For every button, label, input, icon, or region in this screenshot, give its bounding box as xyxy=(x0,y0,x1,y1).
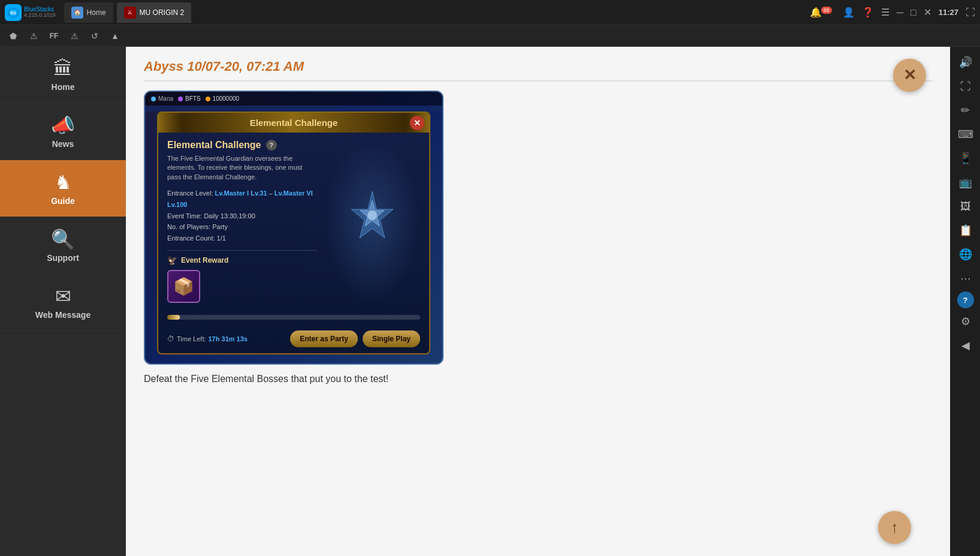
content-area: Abyss 10/07-20, 07:21 AM ✕ Mana BFTS 100… xyxy=(126,47,950,556)
clock-icon: ⏱ xyxy=(167,335,174,343)
sound-icon[interactable]: 🔊 xyxy=(955,52,976,73)
players-value: Party xyxy=(212,223,228,230)
players-line: No. of Players: Party xyxy=(167,221,317,233)
mana-dot xyxy=(151,97,156,101)
toolbar-refresh-icon[interactable]: ↺ xyxy=(88,29,102,43)
sidebar-item-support[interactable]: 🔍 Support xyxy=(0,217,126,274)
web-message-icon: ✉ xyxy=(55,285,71,308)
menu-icon[interactable]: ☰ xyxy=(881,7,889,18)
challenge-description: The Five Elemental Guardian oversees the… xyxy=(167,154,317,182)
support-icon: 🔍 xyxy=(51,228,75,251)
dialog-close-icon: ✕ xyxy=(414,118,421,128)
sidebar-item-home[interactable]: 🏛 Home xyxy=(0,47,126,103)
sidebar-support-label: Support xyxy=(47,253,79,263)
sidebar-home-label: Home xyxy=(52,82,75,92)
phone-icon[interactable]: 📱 xyxy=(955,148,976,169)
scroll-up-icon: ↑ xyxy=(891,518,898,537)
fullscreen-icon[interactable]: ⛶ xyxy=(955,76,976,97)
event-time-label: Event Time: xyxy=(167,212,202,220)
challenge-help-icon[interactable]: ? xyxy=(266,140,277,151)
close-button[interactable]: ✕ xyxy=(893,59,926,92)
toolbar-warning-icon[interactable]: ⚠ xyxy=(26,29,41,43)
game-bg-strip xyxy=(145,106,442,112)
bluestacks-icon: BS xyxy=(5,4,22,21)
more-icon[interactable]: ⋯ xyxy=(955,268,976,289)
reward-label: Event Reward xyxy=(181,256,228,265)
sidebar-item-guide[interactable]: ♞ Guide xyxy=(0,160,126,217)
toolbar-alert-icon[interactable]: ⚠ xyxy=(67,29,82,43)
toolbar: ⬟ ⚠ FF ⚠ ↺ ▲ xyxy=(0,25,980,47)
dialog-header: Elemental Challenge ✕ xyxy=(158,113,429,133)
bluestacks-logo: BS BlueStacks 4.215.0.1019 xyxy=(5,4,56,21)
settings-icon[interactable]: ⚙ xyxy=(955,311,976,332)
gallery-icon[interactable]: 🖼 xyxy=(955,196,976,217)
game-topbar: Mana BFTS 10000000 xyxy=(145,92,442,106)
reward-section: 🦅 Event Reward 📦 xyxy=(167,250,317,303)
bottom-text: Defeat the Five Elemental Bosses that pu… xyxy=(144,374,932,384)
time-left-label: Time Left: xyxy=(177,335,206,342)
dialog-body: Elemental Challenge ? The Five Elemental… xyxy=(158,133,429,310)
sidebar: 🏛 Home 📣 News ♞ Guide 🔍 Support ✉ Web Me… xyxy=(0,47,126,556)
close-window-icon[interactable]: ✕ xyxy=(924,7,931,18)
expand-icon[interactable]: ⛶ xyxy=(966,7,975,18)
stat-gold: 10000000 xyxy=(206,95,240,102)
tab-home-label: Home xyxy=(87,8,106,17)
game-screenshot: Mana BFTS 10000000 Elemental Challen xyxy=(144,91,444,365)
tab-mu-label: MU ORIGIN 2 xyxy=(140,8,185,17)
main-area: 🏛 Home 📣 News ♞ Guide 🔍 Support ✉ Web Me… xyxy=(0,47,980,556)
tab-mu-origin[interactable]: ⚔ MU ORIGIN 2 xyxy=(117,2,192,23)
account-icon[interactable]: 👤 xyxy=(843,7,855,18)
help-button[interactable]: ? xyxy=(957,291,974,308)
svg-text:BS: BS xyxy=(10,11,16,15)
entrance-level-start: Lv.Master I Lv.31 xyxy=(215,190,267,197)
stat-label: Mana xyxy=(158,95,173,102)
challenge-dialog: Elemental Challenge ✕ Elemental Challeng… xyxy=(157,112,430,354)
maximize-icon[interactable]: □ xyxy=(910,7,916,18)
entrance-count-value: 1/1 xyxy=(217,235,226,242)
star-art xyxy=(336,185,408,257)
right-sidebar: 🔊 ⛶ ✏ ⌨ 📱 📺 🖼 📋 🌐 ⋯ ? ⚙ ◀ xyxy=(950,47,980,556)
time-left-value: 17h 31m 13s xyxy=(209,335,248,342)
challenge-title-row: Elemental Challenge ? xyxy=(167,140,317,151)
entrance-level-line: Entrance Level: Lv.Master I Lv.31 – Lv.M… xyxy=(167,188,317,210)
dialog-art xyxy=(324,140,420,303)
tab-home[interactable]: 🏠 Home xyxy=(64,2,113,23)
single-play-button[interactable]: Single Play xyxy=(363,330,420,347)
dialog-text-section: Elemental Challenge ? The Five Elemental… xyxy=(167,140,317,303)
keyboard-icon[interactable]: ⌨ xyxy=(955,124,976,145)
enter-as-party-button[interactable]: Enter as Party xyxy=(290,330,358,347)
sidebar-item-web-message[interactable]: ✉ Web Message xyxy=(0,274,126,331)
edit-icon[interactable]: ✏ xyxy=(955,100,976,121)
bfts-dot xyxy=(178,97,183,101)
players-label: No. of Players: xyxy=(167,223,210,230)
scroll-up-button[interactable]: ↑ xyxy=(878,511,911,544)
help-icon[interactable]: ❓ xyxy=(862,7,874,18)
sidebar-item-news[interactable]: 📣 News xyxy=(0,103,126,160)
dialog-close-button[interactable]: ✕ xyxy=(410,116,424,130)
reward-wing-icon: 🦅 xyxy=(167,256,177,265)
location-icon[interactable]: 🌐 xyxy=(955,244,976,265)
toolbar-up-icon[interactable]: ▲ xyxy=(108,29,122,43)
news-icon: 📣 xyxy=(51,114,75,137)
notification-icon[interactable]: 🔔 xyxy=(810,7,822,17)
sidebar-news-label: News xyxy=(52,139,74,149)
toolbar-diamond-icon[interactable]: ⬟ xyxy=(6,29,20,43)
challenge-dialog-title: Elemental Challenge xyxy=(167,140,261,151)
clipboard-icon[interactable]: 📋 xyxy=(955,220,976,241)
dialog-title: Elemental Challenge xyxy=(250,118,338,128)
collapse-icon[interactable]: ◀ xyxy=(955,335,976,356)
progress-bar-container xyxy=(167,315,420,320)
minimize-icon[interactable]: ─ xyxy=(897,7,903,18)
toolbar-ff-icon[interactable]: FF xyxy=(47,29,61,43)
reward-header: 🦅 Event Reward xyxy=(167,256,317,265)
stat-mana: Mana xyxy=(151,95,173,102)
reward-item: 📦 xyxy=(167,270,200,303)
tab-mu-icon: ⚔ xyxy=(124,7,136,19)
screen-record-icon[interactable]: 📺 xyxy=(955,172,976,193)
entrance-count-label: Entrance Count: xyxy=(167,235,215,242)
header-left-deco xyxy=(158,113,182,133)
topbar-icons: 🔔 68 👤 ❓ ☰ ─ □ ✕ 11:27 ⛶ xyxy=(810,7,975,18)
article-header: Abyss 10/07-20, 07:21 AM xyxy=(144,59,932,82)
event-time-value: Daily 13:30,19:00 xyxy=(204,212,255,220)
topbar: BS BlueStacks 4.215.0.1019 🏠 Home ⚔ MU O… xyxy=(0,0,980,25)
